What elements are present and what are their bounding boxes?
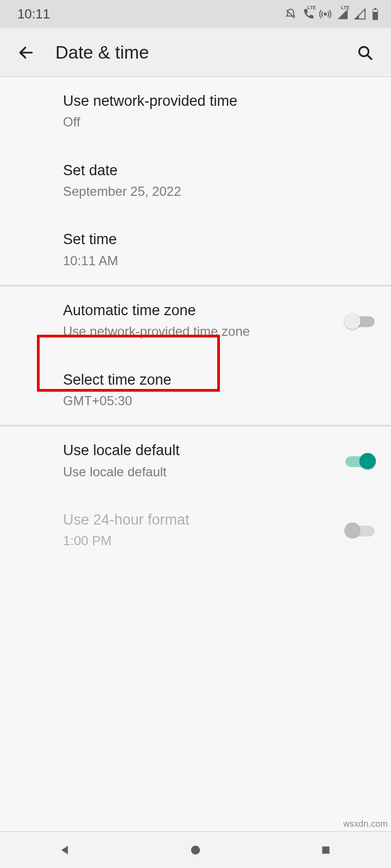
item-title: Automatic time zone [63, 301, 335, 320]
arrow-back-icon [17, 44, 35, 61]
item-subtext: Off [63, 112, 375, 132]
item-title: Use 24-hour format [63, 510, 335, 529]
item-subtext: 1:00 PM [63, 531, 335, 551]
dnd-icon [285, 8, 297, 20]
navigation-bar [0, 831, 391, 868]
item-title: Select time zone [63, 370, 375, 390]
switch-auto-timezone[interactable] [345, 312, 375, 330]
item-auto-timezone[interactable]: Automatic time zone Use network-provided… [0, 286, 391, 356]
item-select-timezone[interactable]: Select time zone GMT+05:30 [0, 356, 391, 425]
settings-list: Use network-provided time Off Set date S… [0, 77, 391, 565]
search-icon [356, 44, 374, 61]
item-subtext: GMT+05:30 [63, 391, 375, 411]
item-subtext: 10:11 AM [63, 251, 375, 271]
volte-call-icon: LTE [302, 8, 314, 20]
item-network-time[interactable]: Use network-provided time Off [0, 77, 391, 146]
svg-point-7 [191, 845, 200, 854]
app-bar: Date & time [0, 28, 391, 77]
item-subtext: September 25, 2022 [63, 181, 375, 201]
item-subtext: Use locale default [63, 462, 335, 482]
item-title: Set date [63, 161, 375, 180]
battery-icon [371, 8, 379, 20]
nav-home-button[interactable] [163, 832, 228, 869]
item-title: Set time [63, 229, 375, 249]
switch-24-hour [345, 521, 375, 540]
nav-recent-button[interactable] [293, 832, 358, 869]
item-title: Use locale default [63, 441, 335, 460]
status-icons: LTE LTE [285, 8, 379, 20]
svg-rect-3 [373, 10, 377, 12]
hotspot-icon [319, 8, 331, 20]
item-set-date[interactable]: Set date September 25, 2022 [0, 146, 391, 216]
status-time: 10:11 [17, 7, 50, 22]
item-locale-default[interactable]: Use locale default Use locale default [0, 426, 391, 496]
svg-point-0 [324, 13, 326, 15]
nav-back-button[interactable] [33, 832, 98, 869]
item-set-time[interactable]: Set time 10:11 AM [0, 215, 391, 285]
signal-icon [354, 8, 366, 20]
status-bar: 10:11 LTE LTE [0, 0, 391, 28]
circle-home-icon [190, 844, 201, 856]
item-24-hour: Use 24-hour format 1:00 PM [0, 496, 391, 565]
square-recent-icon [320, 845, 331, 856]
back-button[interactable] [13, 40, 39, 66]
triangle-back-icon [59, 844, 72, 857]
svg-rect-8 [322, 846, 329, 853]
item-title: Use network-provided time [63, 91, 375, 111]
svg-rect-2 [374, 8, 376, 10]
signal-lte-icon: LTE [337, 8, 349, 20]
switch-locale-default[interactable] [345, 452, 375, 470]
watermark: wsxdn.com [343, 819, 388, 829]
search-button[interactable] [352, 40, 378, 66]
page-title: Date & time [55, 42, 352, 63]
item-subtext: Use network-provided time zone [63, 321, 335, 341]
svg-line-6 [367, 55, 371, 59]
